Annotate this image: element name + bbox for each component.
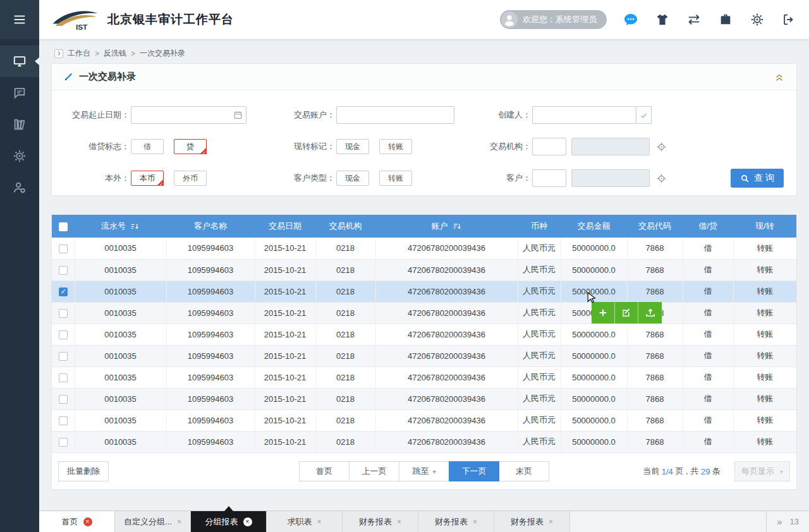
table-row[interactable]: 0010035 1095994603 2015-10-21 0218 47206… — [52, 431, 796, 452]
cash-option-cash[interactable]: 现金 — [336, 139, 369, 154]
search-button-label: 查 询 — [754, 172, 774, 184]
user-welcome-badge[interactable]: 欢迎您：系统管理员 — [500, 10, 607, 29]
menu-toggle-button[interactable] — [0, 0, 39, 39]
currency-option-foreign[interactable]: 外币 — [174, 171, 207, 186]
row-checkbox[interactable] — [59, 309, 68, 318]
row-checkbox[interactable] — [59, 330, 68, 339]
next-page-button[interactable]: 下一页 — [449, 461, 499, 481]
customer-type-option-cash[interactable]: 现金 — [336, 171, 369, 186]
sidebar-item-workbench[interactable] — [0, 45, 39, 77]
row-checkbox[interactable] — [59, 287, 68, 296]
debit-option-borrow[interactable]: 借 — [131, 139, 164, 154]
tab-close-icon[interactable]: × — [177, 518, 181, 526]
last-page-button[interactable]: 末页 — [499, 461, 549, 481]
double-chevron-up-icon — [774, 71, 785, 83]
edit-row-button[interactable] — [615, 302, 638, 323]
sidebar-item-settings[interactable] — [0, 140, 39, 172]
table-row[interactable]: 0010035 1095994603 2015-10-21 0218 47206… — [52, 388, 796, 409]
taskbar-tab[interactable]: 首页 × — [39, 511, 115, 532]
taskbar-tab[interactable]: 自定义分组... × — [115, 511, 191, 532]
table-row[interactable]: 0010035 1095994603 2015-10-21 0218 47206… — [52, 409, 796, 431]
sidebar-item-user-admin[interactable] — [0, 172, 39, 203]
tab-close-icon[interactable]: × — [397, 518, 401, 526]
taskbar-tab[interactable]: 财务报表 × — [418, 511, 494, 532]
taskbar-tab[interactable]: 财务报表 × — [494, 511, 570, 532]
prev-page-button[interactable]: 上一页 — [349, 461, 399, 481]
taskbar-tab[interactable]: 求职表 × — [267, 511, 343, 532]
breadcrumb-item[interactable]: 工作台 — [68, 48, 90, 59]
row-checkbox[interactable] — [59, 352, 68, 361]
currency-option-local[interactable]: 本币 — [131, 171, 164, 186]
panel-title: 一次交易补录 — [79, 71, 136, 83]
cash-option-transfer[interactable]: 转账 — [379, 139, 412, 154]
column-header[interactable]: 流水号 — [101, 221, 126, 232]
table-cell: 借 — [683, 345, 733, 366]
search-button[interactable]: 查 询 — [731, 169, 784, 188]
org-picker-button[interactable] — [656, 142, 667, 152]
table-row[interactable]: 0010035 1095994603 2015-10-21 0218 47206… — [52, 281, 796, 302]
total-records-value: 29 — [701, 467, 710, 476]
batch-delete-button[interactable]: 批量删除 — [58, 461, 109, 481]
customer-code-input[interactable] — [532, 169, 566, 187]
table-row[interactable]: 0010035 1095994603 2015-10-21 0218 47206… — [52, 238, 796, 259]
taskbar-tab[interactable]: 财务报表 × — [343, 511, 418, 532]
column-header[interactable]: 账户 — [432, 221, 448, 232]
row-checkbox[interactable] — [59, 245, 68, 253]
tab-close-icon[interactable]: × — [317, 518, 321, 526]
breadcrumb-item[interactable]: 反洗钱 — [104, 48, 126, 59]
messages-icon-button[interactable] — [623, 12, 638, 27]
upload-row-button[interactable] — [638, 302, 662, 323]
tab-close-icon[interactable]: × — [473, 518, 477, 526]
column-header[interactable]: 交易机构 — [329, 221, 362, 232]
sidebar-item-library[interactable] — [0, 109, 39, 140]
sidebar-item-messages[interactable] — [0, 77, 39, 109]
table-cell: 2015-10-21 — [255, 345, 315, 366]
customer-type-option-transfer[interactable]: 转账 — [379, 171, 412, 186]
table-row[interactable]: 0010035 1095994603 2015-10-21 0218 47206… — [52, 345, 796, 366]
add-row-button[interactable] — [592, 302, 615, 323]
table-row[interactable]: 0010035 1095994603 2015-10-21 0218 47206… — [52, 366, 796, 388]
column-header[interactable]: 交易日期 — [269, 221, 301, 232]
per-page-dropdown[interactable]: 每页显示 ▾ — [734, 461, 790, 481]
column-header[interactable]: 交易代码 — [638, 221, 671, 232]
logout-icon-button[interactable] — [781, 12, 796, 27]
account-input[interactable] — [336, 106, 454, 124]
workspace-icon-button[interactable] — [718, 12, 733, 27]
table-cell: 50000000.0 — [561, 281, 627, 302]
collapse-panel-button[interactable] — [774, 71, 785, 83]
row-checkbox[interactable] — [59, 395, 68, 404]
date-range-input[interactable] — [131, 106, 246, 124]
row-checkbox[interactable] — [59, 416, 68, 425]
column-header[interactable]: 现/转 — [755, 221, 774, 232]
column-header[interactable]: 币种 — [531, 221, 547, 232]
magnifier-icon — [740, 174, 750, 183]
table-row[interactable]: 0010035 1095994603 2015-10-21 0218 47206… — [52, 302, 796, 323]
sort-desc-icon[interactable] — [453, 222, 462, 231]
tab-close-icon[interactable]: × — [243, 517, 252, 526]
table-cell: 借 — [683, 281, 733, 302]
column-header[interactable]: 客户名称 — [194, 221, 227, 232]
theme-skin-icon-button[interactable] — [655, 12, 670, 27]
creator-input[interactable] — [532, 106, 636, 124]
sort-numeric-icon[interactable] — [130, 222, 140, 231]
customer-picker-button[interactable] — [656, 173, 667, 184]
creator-check-button[interactable] — [636, 106, 652, 124]
column-header[interactable]: 交易金额 — [578, 221, 611, 232]
row-checkbox[interactable] — [59, 266, 68, 275]
first-page-button[interactable]: 首页 — [299, 461, 350, 481]
table-row[interactable]: 0010035 1095994603 2015-10-21 0218 47206… — [52, 323, 796, 345]
taskbar-tab[interactable]: 分组报表 × — [191, 511, 267, 532]
switch-system-icon-button[interactable] — [686, 12, 702, 27]
select-all-checkbox[interactable] — [59, 222, 68, 231]
row-checkbox[interactable] — [59, 438, 68, 447]
table-row[interactable]: 0010035 1095994603 2015-10-21 0218 47206… — [52, 259, 796, 281]
tab-overflow-button[interactable]: » 13 — [766, 511, 809, 532]
org-code-input[interactable] — [532, 138, 566, 155]
column-header[interactable]: 借/贷 — [698, 221, 717, 232]
row-checkbox[interactable] — [59, 373, 68, 382]
debit-option-loan[interactable]: 贷 — [174, 139, 207, 154]
tab-close-icon[interactable]: × — [83, 517, 92, 526]
tab-close-icon[interactable]: × — [549, 518, 553, 526]
settings-icon-button[interactable] — [750, 12, 765, 27]
jump-to-page-dropdown[interactable]: 跳至 ▾ — [399, 461, 449, 481]
